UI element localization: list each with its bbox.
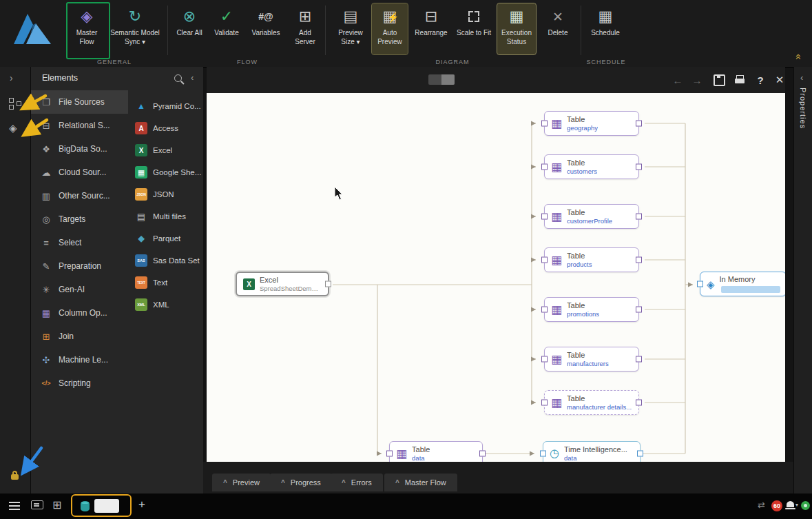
- tab-preview[interactable]: ^Preview: [212, 474, 271, 491]
- auto-preview-button[interactable]: ▦⚡ Auto Preview: [372, 3, 408, 54]
- element-item-google-sheets[interactable]: ▦Google She...: [128, 161, 203, 183]
- grid-view-icon[interactable]: ⊞: [52, 498, 61, 511]
- input-port[interactable]: [541, 400, 548, 406]
- node-table-geography[interactable]: ▦ Tablegeography: [544, 111, 639, 136]
- bell-icon[interactable]: [787, 501, 794, 507]
- node-table-manufacturers[interactable]: ▦ Tablemanufacturers: [544, 347, 639, 372]
- menu-icon[interactable]: [9, 502, 20, 503]
- undo-icon[interactable]: ←: [669, 72, 686, 88]
- connection-icon[interactable]: ⇄: [758, 500, 765, 510]
- sidebar-item-cloud-sources[interactable]: ☁Cloud Sour...: [31, 161, 128, 184]
- model-view-icon[interactable]: ◈: [9, 122, 17, 134]
- output-port[interactable]: [636, 307, 642, 313]
- semantic-model-sync-button[interactable]: ↻ Semantic Model Sync ▾: [109, 3, 161, 54]
- input-port[interactable]: [540, 451, 546, 457]
- notification-badge[interactable]: 60: [771, 500, 782, 511]
- properties-panel-title[interactable]: Properties: [799, 88, 807, 129]
- tab-progress[interactable]: ^Progress: [270, 474, 332, 491]
- tab-master-flow[interactable]: ^Master Flow: [384, 474, 457, 491]
- tab-errors[interactable]: ^Errors: [331, 474, 383, 491]
- input-port[interactable]: [386, 451, 393, 457]
- preview-size-button[interactable]: ▤ Preview Size ▾: [332, 3, 369, 54]
- sidebar-item-bigdata-sources[interactable]: ❖BigData So...: [31, 137, 128, 161]
- input-port[interactable]: [541, 307, 548, 313]
- input-port[interactable]: [541, 356, 548, 363]
- element-item-pyramid-content[interactable]: ▲Pyramid Co...: [128, 95, 203, 117]
- sidebar-item-gen-ai[interactable]: ✳Gen-AI: [31, 278, 128, 301]
- output-port[interactable]: [325, 281, 331, 287]
- sidebar-item-other-sources[interactable]: ▥Other Sourc...: [31, 184, 128, 207]
- online-status-icon[interactable]: [801, 501, 810, 510]
- sidebar-item-join[interactable]: ⊞Join: [31, 325, 128, 348]
- lock-icon[interactable]: [11, 474, 19, 480]
- canvas-minimap-indicator[interactable]: [428, 74, 455, 85]
- variables-button[interactable]: #@ Variables: [248, 3, 284, 54]
- ribbon-collapse-button[interactable]: «: [793, 54, 805, 59]
- add-server-button[interactable]: ⊞ Add Server: [288, 3, 322, 54]
- delete-button[interactable]: ✕ Delete: [541, 3, 574, 54]
- node-table-manufacturer-details[interactable]: ▦ Tablemanufacturer details...: [544, 390, 639, 415]
- flow-canvas[interactable]: X ExcelSpreadSheetDemo_... ▦ Tablegeogra…: [207, 93, 785, 462]
- element-item-json[interactable]: JSONJSON: [128, 183, 203, 205]
- clear-all-button[interactable]: ⊗ Clear All: [174, 3, 205, 54]
- input-port[interactable]: [541, 164, 548, 170]
- element-item-xml[interactable]: XMLXML: [128, 294, 203, 316]
- node-in-memory[interactable]: ◈ In Memory: [700, 272, 785, 296]
- execution-status-button[interactable]: ▦ Execution Status: [497, 3, 536, 54]
- save-icon[interactable]: [711, 72, 727, 88]
- element-item-sas-data-set[interactable]: SASSas Data Set: [128, 250, 203, 272]
- element-item-excel[interactable]: XExcel: [128, 139, 203, 161]
- node-table-customers[interactable]: ▦ Tablecustomers: [544, 154, 639, 179]
- output-port[interactable]: [637, 451, 643, 457]
- input-port[interactable]: [697, 281, 703, 287]
- collapse-panel-icon[interactable]: ‹: [191, 72, 194, 83]
- close-icon[interactable]: ✕: [771, 72, 788, 88]
- validate-button[interactable]: ✓ Validate: [209, 3, 244, 54]
- node-table-promotions[interactable]: ▦ Tablepromotions: [544, 297, 639, 322]
- rearrange-button[interactable]: ⊟ Rearrange: [412, 3, 450, 54]
- node-table-products[interactable]: ▦ Tableproducts: [544, 247, 639, 272]
- search-icon[interactable]: [174, 74, 182, 82]
- sidebar-item-column-operations[interactable]: ▦Column Op...: [31, 301, 128, 325]
- expand-panel-icon[interactable]: ›: [10, 72, 13, 83]
- element-item-access[interactable]: AAccess: [128, 117, 203, 139]
- help-icon[interactable]: ?: [752, 72, 769, 88]
- redo-icon[interactable]: →: [689, 72, 705, 88]
- input-port[interactable]: [541, 214, 548, 220]
- add-tab-button[interactable]: +: [138, 498, 145, 511]
- output-port[interactable]: [479, 451, 486, 457]
- in-memory-name-field[interactable]: [721, 286, 780, 293]
- element-item-text[interactable]: TEXTText: [128, 272, 203, 294]
- node-time-intelligence[interactable]: ◷ Time Intelligence...data: [543, 441, 641, 462]
- node-table-data[interactable]: ▦ Tabledata: [389, 441, 483, 462]
- sidebar-item-file-sources[interactable]: ❐File Sources: [31, 90, 128, 114]
- element-item-parquet[interactable]: ◆Parquet: [128, 227, 203, 250]
- environment-selector[interactable]: [94, 499, 119, 513]
- output-port[interactable]: [636, 356, 642, 363]
- node-table-customerprofile[interactable]: ▦ TablecustomerProfile: [544, 204, 639, 229]
- print-icon[interactable]: [731, 72, 748, 88]
- node-excel-source[interactable]: X ExcelSpreadSheetDemo_...: [236, 272, 329, 296]
- output-port[interactable]: [636, 164, 642, 170]
- flow-view-icon[interactable]: [9, 97, 21, 110]
- sidebar-item-relational-sources[interactable]: ⊟Relational S...: [31, 114, 128, 137]
- sidebar-item-scripting[interactable]: </>Scripting: [31, 372, 128, 395]
- input-port[interactable]: [541, 121, 548, 127]
- output-port[interactable]: [636, 400, 642, 406]
- output-port[interactable]: [636, 121, 642, 127]
- sidebar-item-targets[interactable]: ◎Targets: [31, 207, 128, 231]
- environment-tab[interactable]: [74, 496, 129, 516]
- sidebar-item-preparation[interactable]: ✎Preparation: [31, 254, 128, 278]
- output-port[interactable]: [636, 257, 642, 263]
- sidebar-item-machine-learning[interactable]: ✣Machine Le...: [31, 348, 128, 372]
- sidebar-item-select[interactable]: ≡Select: [31, 231, 128, 254]
- expand-properties-icon[interactable]: ‹: [800, 72, 803, 83]
- output-port[interactable]: [636, 214, 642, 220]
- schedule-button[interactable]: ▦ Schedule: [587, 3, 624, 54]
- scale-to-fit-button[interactable]: Scale to Fit: [455, 3, 493, 54]
- master-flow-button[interactable]: ◈ Master Flow: [69, 3, 105, 54]
- media-panel-icon[interactable]: [31, 500, 43, 509]
- bell-caret-icon[interactable]: ▾: [795, 502, 798, 508]
- element-item-multi-files[interactable]: ▤Multi files: [128, 205, 203, 227]
- input-port[interactable]: [541, 257, 548, 263]
